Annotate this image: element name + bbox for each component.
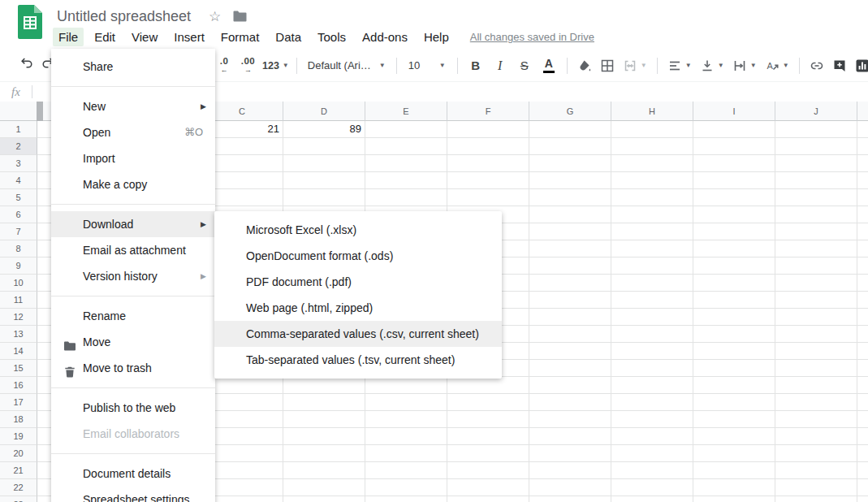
- column-header-k[interactable]: K: [857, 102, 868, 121]
- cell-K11[interactable]: [857, 292, 868, 309]
- cell-H5[interactable]: [611, 189, 693, 206]
- cell-F18[interactable]: [447, 411, 529, 428]
- cell-K13[interactable]: [857, 326, 868, 343]
- cell-H13[interactable]: [611, 326, 693, 343]
- cell-E4[interactable]: [365, 172, 447, 189]
- cell-H16[interactable]: [611, 377, 693, 394]
- cell-G22[interactable]: [529, 479, 611, 496]
- cell-E20[interactable]: [365, 445, 447, 462]
- cell-G13[interactable]: [529, 326, 611, 343]
- cell-I10[interactable]: [693, 275, 775, 292]
- cell-K1[interactable]: [857, 121, 868, 138]
- download-item-opendocument-format[interactable]: OpenDocument format (.ods): [214, 243, 502, 269]
- cell-H20[interactable]: [611, 445, 693, 462]
- menu-insert[interactable]: Insert: [168, 28, 210, 46]
- row-header-12[interactable]: 12: [0, 309, 37, 326]
- cell-D1[interactable]: 89: [283, 121, 365, 138]
- cell-H4[interactable]: [611, 172, 693, 189]
- row-header-11[interactable]: 11: [0, 292, 37, 309]
- cell-J20[interactable]: [775, 445, 857, 462]
- text-wrap-button[interactable]: ▼: [730, 55, 759, 76]
- cell-I22[interactable]: [693, 479, 775, 496]
- italic-button[interactable]: I: [490, 55, 511, 76]
- cell-D20[interactable]: [283, 445, 365, 462]
- row-header-15[interactable]: 15: [0, 360, 37, 377]
- cell-J10[interactable]: [775, 275, 857, 292]
- cell-D2[interactable]: [283, 138, 365, 155]
- cell-H18[interactable]: [611, 411, 693, 428]
- cell-I15[interactable]: [693, 360, 775, 377]
- row-header-8[interactable]: 8: [0, 240, 37, 257]
- menu-tools[interactable]: Tools: [312, 28, 352, 46]
- cell-J1[interactable]: [775, 121, 857, 138]
- cell-H12[interactable]: [611, 309, 693, 326]
- cell-I14[interactable]: [693, 343, 775, 360]
- cell-H21[interactable]: [611, 462, 693, 479]
- file-menu-item-document-details[interactable]: Document details: [51, 461, 215, 487]
- file-menu-item-rename[interactable]: Rename: [51, 303, 215, 329]
- cell-I7[interactable]: [693, 223, 775, 240]
- cell-G5[interactable]: [529, 189, 611, 206]
- horizontal-align-button[interactable]: ▼: [665, 55, 694, 76]
- file-menu-item-share[interactable]: Share: [51, 54, 215, 80]
- cell-J11[interactable]: [775, 292, 857, 309]
- cell-I11[interactable]: [693, 292, 775, 309]
- cell-F4[interactable]: [447, 172, 529, 189]
- cell-K8[interactable]: [857, 240, 868, 257]
- fill-color-button[interactable]: [575, 55, 594, 76]
- cell-I9[interactable]: [693, 257, 775, 275]
- cell-J17[interactable]: [775, 394, 857, 411]
- cell-E21[interactable]: [365, 462, 447, 479]
- cell-I1[interactable]: [693, 121, 775, 138]
- cell-I20[interactable]: [693, 445, 775, 462]
- cell-I5[interactable]: [693, 189, 775, 206]
- cell-G15[interactable]: [529, 360, 611, 377]
- file-menu-item-publish-to-the-web[interactable]: Publish to the web: [51, 395, 215, 421]
- row-header-5[interactable]: 5: [0, 189, 37, 206]
- download-item-pdf-document[interactable]: PDF document (.pdf): [214, 269, 502, 295]
- cell-E5[interactable]: [365, 189, 447, 206]
- cell-D17[interactable]: [283, 394, 365, 411]
- row-header-10[interactable]: 10: [0, 275, 37, 292]
- cell-H22[interactable]: [611, 479, 693, 496]
- cell-D4[interactable]: [283, 172, 365, 189]
- cell-H23[interactable]: [611, 496, 693, 502]
- cell-K10[interactable]: [857, 275, 868, 292]
- vertical-align-button[interactable]: ▼: [697, 55, 727, 76]
- cell-D5[interactable]: [283, 189, 365, 206]
- cell-J14[interactable]: [775, 343, 857, 360]
- insert-comment-button[interactable]: [830, 55, 849, 76]
- cell-H6[interactable]: [611, 206, 693, 223]
- file-menu-item-open[interactable]: Open⌘O: [51, 119, 215, 145]
- decrease-decimal-button[interactable]: .0 ←: [214, 55, 234, 76]
- cell-E23[interactable]: [365, 496, 447, 502]
- cell-K4[interactable]: [857, 172, 868, 189]
- cell-G12[interactable]: [529, 309, 611, 326]
- cell-F22[interactable]: [447, 479, 529, 496]
- cell-I18[interactable]: [693, 411, 775, 428]
- row-header-4[interactable]: 4: [0, 172, 37, 189]
- column-header-e[interactable]: E: [365, 102, 447, 121]
- cell-K12[interactable]: [857, 309, 868, 326]
- sheets-logo-icon[interactable]: [18, 5, 42, 39]
- cell-D3[interactable]: [283, 155, 365, 172]
- insert-link-button[interactable]: [807, 55, 827, 76]
- cell-D23[interactable]: [283, 496, 365, 502]
- cell-K14[interactable]: [857, 343, 868, 360]
- cell-J9[interactable]: [775, 257, 857, 275]
- cell-H10[interactable]: [611, 275, 693, 292]
- cell-G16[interactable]: [529, 377, 611, 394]
- file-menu-item-make-a-copy[interactable]: Make a copy: [51, 171, 215, 197]
- font-size-selector[interactable]: 10 ▼: [404, 55, 450, 76]
- cell-F2[interactable]: [447, 138, 529, 155]
- cell-F3[interactable]: [447, 155, 529, 172]
- file-menu-item-import[interactable]: Import: [51, 145, 215, 171]
- cell-H9[interactable]: [611, 257, 693, 275]
- download-item-tab-separated-values[interactable]: Tab-separated values (.tsv, current shee…: [214, 347, 502, 373]
- cell-F17[interactable]: [447, 394, 529, 411]
- cell-G2[interactable]: [529, 138, 611, 155]
- borders-button[interactable]: [598, 55, 617, 76]
- cell-E17[interactable]: [365, 394, 447, 411]
- cell-D22[interactable]: [283, 479, 365, 496]
- row-header-6[interactable]: 6: [0, 206, 37, 223]
